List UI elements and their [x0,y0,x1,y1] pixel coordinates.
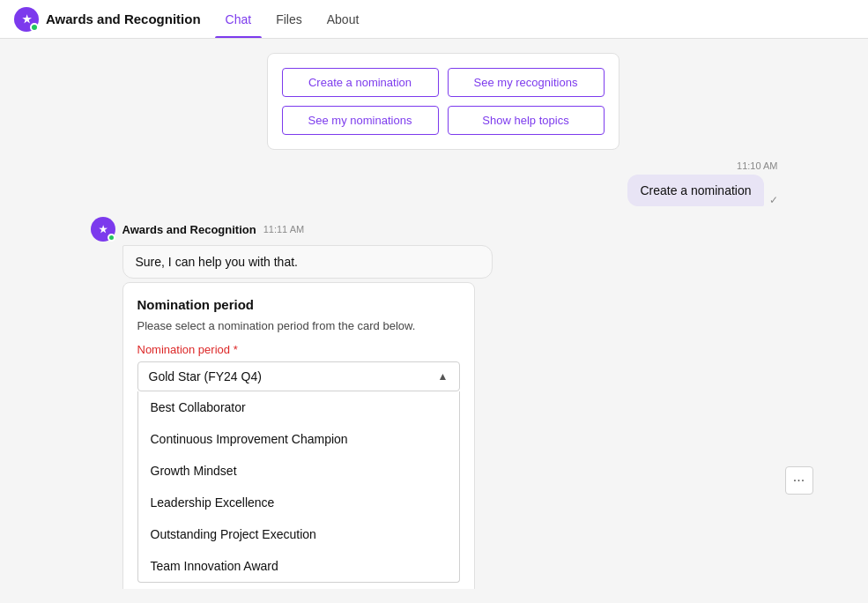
bot-name: Awards and Recognition [122,223,256,236]
app-logo: ★ [14,7,39,32]
more-options-icon: ··· [793,473,805,488]
nomination-card: Nomination period Please select a nomina… [122,282,475,589]
user-message-time: 11:10 AM [737,160,777,171]
required-asterisk: * [234,343,238,356]
tab-chat[interactable]: Chat [215,0,263,38]
chat-inner: Create a nomination See my recognitions … [91,53,778,589]
quick-actions-card: Create a nomination See my recognitions … [267,53,619,150]
nomination-card-title: Nomination period [137,297,460,312]
quick-actions-row-2: See my nominations Show help topics [282,106,605,135]
logo-online-dot [30,23,39,32]
dropdown-list: Best Collaborator Continuous Improvement… [137,391,460,583]
quick-actions-row-1: Create a nomination See my recognitions [282,68,605,97]
main-content: Create a nomination See my recognitions … [0,39,868,603]
bot-header: ★ Awards and Recognition 11:11 AM [91,217,778,242]
dropdown-item-1[interactable]: Continuous Improvement Champion [138,423,459,455]
top-nav: ★ Awards and Recognition Chat Files Abou… [0,0,868,39]
dropdown-item-5[interactable]: Team Innovation Award [138,550,459,582]
bot-message-row: ★ Awards and Recognition 11:11 AM Sure, … [91,217,778,589]
nomination-card-desc: Please select a nomination period from t… [137,319,460,332]
bot-message-time: 11:11 AM [263,224,304,234]
dropdown-item-3[interactable]: Leadership Excellence [138,487,459,518]
dropdown-item-0[interactable]: Best Collaborator [138,391,459,423]
more-options-button[interactable]: ··· [785,466,813,495]
bot-avatar: ★ [91,217,115,242]
nomination-card-container: Nomination period Please select a nomina… [91,282,778,589]
tab-files[interactable]: Files [265,0,313,38]
bot-message-bubble: Sure, I can help you with that. [122,245,493,279]
dropdown-selected-value[interactable]: Gold Star (FY24 Q4) ▲ [137,361,460,391]
see-nominations-btn[interactable]: See my nominations [282,106,439,135]
tab-about[interactable]: About [316,0,370,38]
chat-area: Create a nomination See my recognitions … [0,53,868,589]
dropdown-item-2[interactable]: Growth Mindset [138,455,459,487]
user-message-row: 11:10 AM Create a nomination ✓ [91,160,778,206]
create-nomination-btn[interactable]: Create a nomination [282,68,439,97]
nomination-period-dropdown[interactable]: Gold Star (FY24 Q4) ▲ Best Collaborator … [137,361,460,583]
field-label: Nomination period * [137,343,460,356]
message-check-icon: ✓ [769,194,778,206]
nav-tabs: Chat Files About [215,0,370,38]
bot-online-dot [108,234,115,242]
show-help-btn[interactable]: Show help topics [448,106,605,135]
dropdown-chevron-icon: ▲ [438,370,449,383]
dropdown-item-4[interactable]: Outstanding Project Execution [138,518,459,550]
user-message-bubble: Create a nomination [627,175,763,206]
logo-initials: ★ [22,13,32,26]
app-title: Awards and Recognition [46,11,201,26]
see-recognitions-btn[interactable]: See my recognitions [448,68,605,97]
